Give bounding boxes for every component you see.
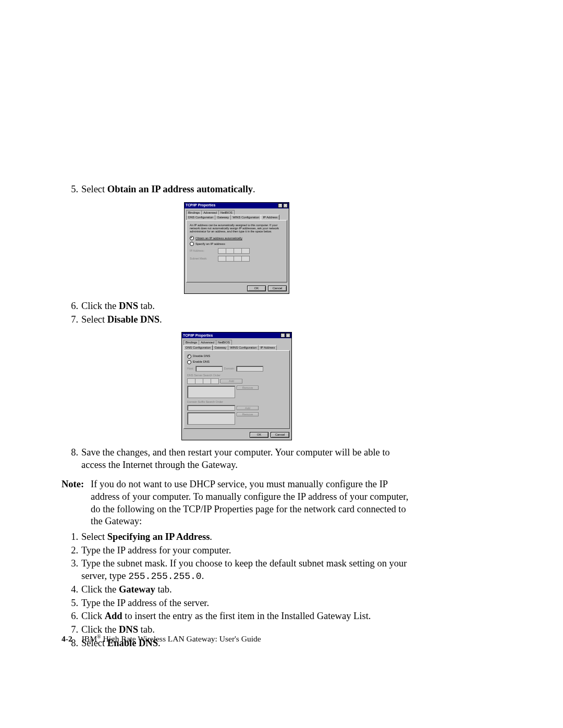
add-button[interactable]: Add [237,406,259,410]
text: . [160,314,162,325]
step-5: 5. Select Obtain an IP address automatic… [62,183,412,196]
text: Select [81,184,107,194]
tab-advanced[interactable]: Advanced [199,340,216,345]
tab-dns-config[interactable]: DNS Configuration [183,345,213,350]
tab-bindings[interactable]: Bindings [186,210,202,215]
ip-address-panel: An IP address can be automatically assig… [186,220,287,282]
list-number: 5. [62,183,81,196]
close-icon[interactable]: × [286,333,290,338]
field-label: Subnet Mask: [190,257,216,260]
dns-server-list-row: Remove [187,386,286,398]
remove-button[interactable]: Remove [237,386,259,390]
tab-netbios[interactable]: NetBIOS [218,210,235,215]
suffix-input[interactable] [187,405,235,411]
dialog-buttons: OK Cancel [182,430,291,440]
substep-3: 3. Type the subnet mask. If you choose t… [62,558,412,583]
cancel-button[interactable]: Cancel [271,432,289,438]
host-label: Host: [187,367,194,370]
subnet-mask-row: Subnet Mask: [190,256,284,262]
radio-specify[interactable]: Specify an IP address: [190,242,284,246]
note-text: If you do not want to use DHCP service, … [91,478,412,528]
text: to insert the entry as the first item in… [123,611,371,621]
ip-address-input[interactable] [218,248,250,254]
tab-gateway[interactable]: Gateway [212,345,228,350]
list-text: Select Disable DNS. [81,314,412,326]
dns-server-group: Add [187,378,286,384]
brand: IBM [82,634,97,643]
add-button[interactable]: Add [221,379,242,383]
list-text: Save the changes, and then restart your … [81,447,412,471]
mono-text: 255.255.255.0 [128,571,201,582]
tcpip-properties-dialog-ip: TCP/IP Properties ? × Bindings Advanced … [184,202,289,294]
tab-gateway[interactable]: Gateway [215,215,231,220]
dialog-title: TCP/IP Properties [183,334,213,338]
remove-button[interactable]: Remove [237,412,259,416]
help-icon[interactable]: ? [278,203,283,208]
step-8: 8. Save the changes, and then restart yo… [62,447,412,471]
radio-obtain-auto[interactable]: Obtain an IP address automatically [190,236,284,240]
screenshot-2: TCP/IP Properties ? × Bindings Advanced … [62,332,412,440]
domain-input[interactable] [236,366,263,372]
list-number: 1. [62,531,81,544]
tab-advanced[interactable]: Advanced [201,210,219,215]
bold-text: DNS [119,301,138,311]
note-block: Note: If you do not want to use DHCP ser… [62,478,412,528]
text: . [253,184,255,194]
suffix-search-order-label: Domain Suffix Search Order [187,400,286,403]
help-icon[interactable]: ? [280,333,285,338]
product-title: High Rate Wireless LAN Gateway: User's G… [101,634,261,643]
list-text: Select Obtain an IP address automaticall… [81,183,412,196]
list-text: Type the subnet mask. If you choose to k… [81,558,412,583]
bold-text: Add [105,611,123,621]
help-text: An IP address can be automatically assig… [190,224,284,233]
document-page: 5. Select Obtain an IP address automatic… [62,182,412,650]
dns-panel: Disable DNS Enable DNS Host: Domain: [183,350,290,429]
cancel-button[interactable]: Cancel [268,286,287,291]
text: Click the [81,301,119,311]
list-number: 7. [62,314,81,326]
dns-disabled-fields: Host: Domain: DNS Server Search Order Ad [186,366,287,425]
radio-icon [190,236,194,240]
nested-list: 1. Select Specifying an IP Address. 2. T… [62,531,412,649]
tab-ip-address[interactable]: IP Address [258,345,277,350]
domain-label: Domain: [224,367,235,370]
suffix-list[interactable] [187,412,235,425]
tab-row-1: Bindings Advanced NetBIOS [183,340,290,345]
dialog-title: TCP/IP Properties [186,203,215,207]
tcpip-properties-dialog-dns: TCP/IP Properties ? × Bindings Advanced … [181,332,292,440]
subnet-mask-input[interactable] [218,256,250,262]
substep-4: 4. Click the Gateway tab. [62,584,412,596]
text: . [210,532,212,542]
radio-enable-dns[interactable]: Enable DNS [187,360,286,364]
step-7: 7. Select Disable DNS. [62,314,412,326]
dns-server-list[interactable] [187,386,235,398]
tab-bindings[interactable]: Bindings [183,340,199,345]
host-input[interactable] [195,366,223,372]
bold-text: Obtain an IP address automatically [107,184,253,194]
tab-wins[interactable]: WINS Configuration [228,345,259,350]
tab-dns-config[interactable]: DNS Configuration [186,215,215,220]
list-number: 5. [62,597,81,610]
radio-disable-dns[interactable]: Disable DNS [187,354,286,359]
text: Click the [81,584,119,595]
tab-row-2: DNS Configuration Gateway WINS Configura… [183,345,290,350]
tab-ip-address[interactable]: IP Address [261,215,279,220]
text: Select [81,314,107,325]
radio-label: Disable DNS [193,354,210,358]
close-icon[interactable]: × [283,203,288,208]
list-number: 8. [62,447,81,471]
tab-wins[interactable]: WINS Configuration [230,215,261,220]
text: . [202,571,204,581]
dns-ip-input[interactable] [187,378,219,384]
title-bar: TCP/IP Properties ? × [182,332,291,338]
bold-text: Gateway [119,584,155,595]
list-number: 4. [62,584,81,596]
list-text: Select Specifying an IP Address. [81,531,412,544]
tab-netbios[interactable]: NetBIOS [216,340,232,345]
ok-button[interactable]: OK [250,432,268,438]
substep-5: 5. Type the IP address of the server. [62,597,412,610]
ok-button[interactable]: OK [247,286,266,291]
page-number: 4-2 [62,634,72,644]
bold-text: Disable DNS [107,314,160,325]
list-text: Click the Gateway tab. [81,584,412,596]
